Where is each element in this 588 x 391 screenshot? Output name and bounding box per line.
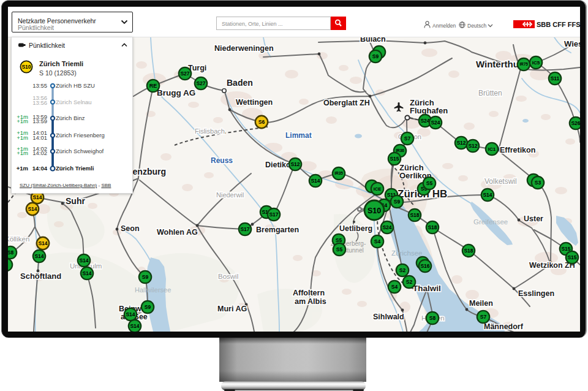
svg-text:S2: S2 <box>399 267 406 273</box>
svg-text:S14: S14 <box>82 270 91 276</box>
svg-text:Brütten: Brütten <box>478 89 502 97</box>
svg-text:S10: S10 <box>368 207 381 215</box>
svg-text:Baden: Baden <box>227 78 253 88</box>
svg-text:Brugg AG: Brugg AG <box>157 88 195 97</box>
svg-text:S16: S16 <box>420 263 429 269</box>
svg-text:S24: S24 <box>431 120 440 126</box>
svg-text:S3: S3 <box>535 180 541 186</box>
svg-text:Wettingen: Wettingen <box>236 98 273 107</box>
svg-text:S14: S14 <box>28 206 37 212</box>
svg-text:Greifensee: Greifensee <box>473 218 508 226</box>
svg-text:S7: S7 <box>480 314 487 320</box>
svg-text:Meilen: Meilen <box>469 299 493 308</box>
svg-text:S24: S24 <box>382 224 391 230</box>
svg-text:Wies: Wies <box>564 39 580 48</box>
svg-text:S4: S4 <box>391 284 398 290</box>
svg-text:Seon: Seon <box>121 224 140 233</box>
svg-text:S27: S27 <box>196 80 205 86</box>
svg-text:S8: S8 <box>429 315 436 321</box>
svg-text:S11: S11 <box>551 75 560 82</box>
svg-text:S4: S4 <box>374 238 381 245</box>
svg-text:S6: S6 <box>258 119 265 125</box>
svg-text:S14: S14 <box>483 192 492 198</box>
svg-text:Männedorf: Männedorf <box>484 322 524 331</box>
svg-text:Bremgarten: Bremgarten <box>256 226 299 234</box>
svg-text:IR35: IR35 <box>334 171 343 175</box>
svg-text:Volketswil: Volketswil <box>484 177 517 186</box>
svg-text:S14: S14 <box>79 257 88 264</box>
svg-text:S18: S18 <box>464 248 473 254</box>
svg-text:S12: S12 <box>456 140 466 146</box>
svg-text:IC5: IC5 <box>532 60 540 66</box>
svg-text:am Albis: am Albis <box>295 297 326 306</box>
svg-text:Winterthur: Winterthur <box>476 59 522 69</box>
svg-text:Oberglatt ZH: Oberglatt ZH <box>323 99 370 107</box>
svg-text:S14: S14 <box>130 323 139 329</box>
svg-text:Uster: Uster <box>524 214 543 223</box>
svg-text:S12: S12 <box>290 161 300 167</box>
svg-text:S26: S26 <box>571 120 580 126</box>
svg-text:S2: S2 <box>406 279 413 285</box>
svg-text:Niederwil: Niederwil <box>216 191 244 199</box>
svg-text:Muri AG: Muri AG <box>217 305 247 313</box>
svg-text:IR36: IR36 <box>396 148 404 153</box>
svg-text:S14: S14 <box>34 253 43 259</box>
svg-text:Niederweningen: Niederweningen <box>214 44 274 53</box>
svg-text:IC1: IC1 <box>488 146 496 152</box>
svg-text:S7: S7 <box>404 135 411 142</box>
svg-text:S18: S18 <box>428 224 437 230</box>
svg-text:S5: S5 <box>336 246 343 252</box>
svg-text:S9: S9 <box>142 274 149 280</box>
svg-text:Zürichsee: Zürichsee <box>391 249 423 257</box>
svg-text:Kölliken: Kölliken <box>8 235 29 243</box>
svg-text:S24: S24 <box>420 118 429 124</box>
svg-text:S5: S5 <box>426 180 433 186</box>
svg-text:Hallwilersee: Hallwilersee <box>135 286 171 294</box>
svg-text:Wohlen AG: Wohlen AG <box>157 228 198 237</box>
svg-text:S8: S8 <box>8 249 13 256</box>
svg-text:Flughafen: Flughafen <box>410 106 448 115</box>
svg-text:Fislisbach: Fislisbach <box>195 127 225 135</box>
svg-text:Schöftland: Schöftland <box>20 271 61 281</box>
svg-text:S9: S9 <box>394 199 401 205</box>
svg-text:Thalwil: Thalwil <box>413 284 441 293</box>
svg-text:Suhr: Suhr <box>66 196 85 206</box>
svg-text:Uetliberg: Uetliberg <box>339 224 372 233</box>
svg-text:ICE: ICE <box>374 186 382 192</box>
svg-text:S15: S15 <box>567 254 576 260</box>
svg-text:Esslingen: Esslingen <box>518 289 554 298</box>
svg-text:S12: S12 <box>468 143 477 149</box>
svg-text:S15: S15 <box>390 156 399 162</box>
svg-text:S17: S17 <box>240 226 249 232</box>
svg-text:S14: S14 <box>126 311 135 317</box>
svg-text:S5: S5 <box>336 237 342 243</box>
svg-text:Boswil: Boswil <box>218 273 238 280</box>
svg-text:S9: S9 <box>145 304 151 310</box>
svg-text:Limmat: Limmat <box>285 131 312 140</box>
svg-text:S18: S18 <box>410 212 419 218</box>
svg-text:S14: S14 <box>311 178 320 184</box>
svg-text:S17: S17 <box>269 211 278 218</box>
svg-text:S9: S9 <box>372 53 379 59</box>
svg-text:S27: S27 <box>180 70 189 77</box>
svg-text:Reuss: Reuss <box>211 156 233 165</box>
svg-text:Bülach: Bülach <box>360 37 386 44</box>
svg-text:S14: S14 <box>32 194 42 200</box>
svg-text:S14: S14 <box>38 240 47 246</box>
svg-text:Sihlwald: Sihlwald <box>373 313 404 321</box>
svg-text:Affoltern: Affoltern <box>293 289 325 297</box>
svg-text:RE: RE <box>149 83 157 89</box>
svg-text:Effretikon: Effretikon <box>500 146 535 154</box>
svg-text:IR75: IR75 <box>519 62 528 66</box>
svg-text:S15: S15 <box>561 246 570 252</box>
